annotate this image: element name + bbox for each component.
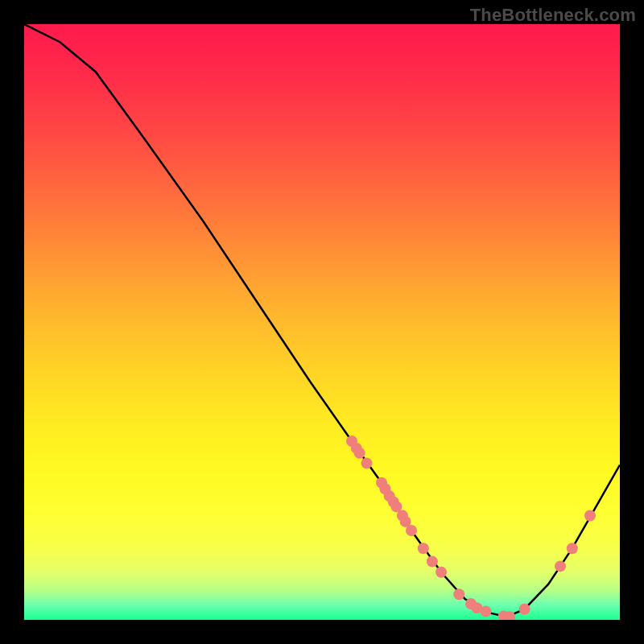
data-point: [567, 543, 578, 554]
bottleneck-curve: [24, 24, 620, 617]
data-point: [354, 448, 365, 459]
data-point: [453, 588, 464, 600]
watermark: TheBottleneck.com: [470, 5, 636, 26]
chart-area: [24, 24, 620, 620]
data-point: [361, 457, 373, 469]
data-point: [427, 556, 438, 568]
chart-svg: [24, 24, 620, 620]
data-point: [481, 606, 492, 617]
data-point: [519, 604, 530, 615]
data-point: [584, 510, 596, 522]
data-point: [406, 525, 417, 536]
data-point: [436, 567, 447, 578]
data-point: [418, 543, 429, 554]
data-markers: [346, 436, 596, 620]
data-point: [555, 560, 566, 572]
